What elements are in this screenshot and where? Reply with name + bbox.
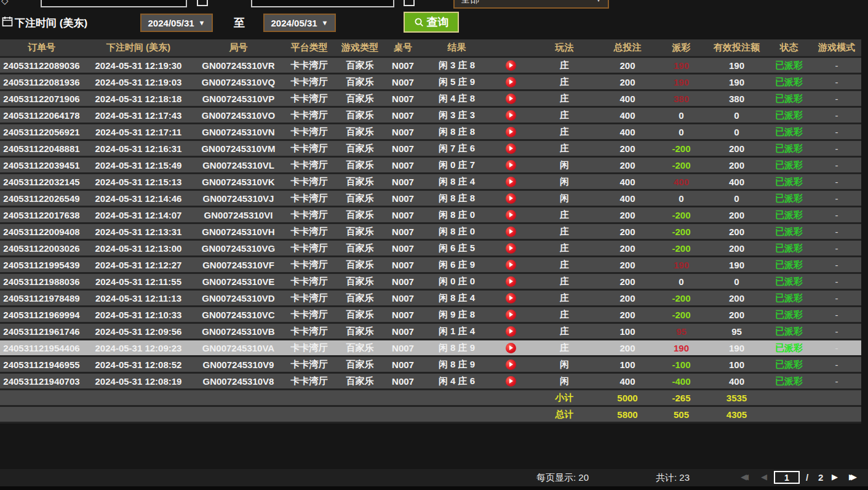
table-row[interactable]: 240531122089036 2024-05-31 12:19:30 GN00… (0, 58, 861, 74)
table-row[interactable]: 240531122056921 2024-05-31 12:17:11 GN00… (0, 124, 861, 141)
page-separator: / (806, 472, 808, 483)
cell-total-bet: 400 (600, 193, 655, 204)
prev-page-button[interactable]: ◀ (761, 472, 767, 481)
table-row[interactable]: 240531122039451 2024-05-31 12:15:49 GN00… (0, 158, 861, 174)
table-row[interactable]: 240531122048881 2024-05-31 12:16:31 GN00… (0, 141, 861, 158)
cell-game-type: 百家乐 (335, 159, 384, 171)
cell-order-number: 240531122017638 (0, 210, 83, 220)
replay-play-icon[interactable] (506, 160, 516, 171)
cell-play-type: 庄 (529, 292, 600, 304)
cell-result: 闲 8 庄 8 (421, 126, 492, 138)
replay-play-icon[interactable] (506, 276, 516, 287)
cell-total-bet: 200 (600, 276, 655, 287)
cell-bet-time: 2024-05-31 12:16:31 (83, 143, 194, 154)
cell-replay (492, 77, 529, 87)
cell-valid-bet: 0 (707, 276, 766, 287)
cell-replay (492, 94, 529, 104)
cell-table-number: N007 (384, 310, 421, 320)
table-row[interactable]: 240531122071906 2024-05-31 12:18:18 GN00… (0, 91, 861, 108)
replay-play-icon[interactable] (506, 359, 516, 370)
table-row[interactable]: 240531122017638 2024-05-31 12:14:07 GN00… (0, 207, 861, 224)
table-row[interactable]: 240531121988036 2024-05-31 12:11:55 GN00… (0, 274, 861, 291)
table-row[interactable]: 240531122081936 2024-05-31 12:19:03 GN00… (0, 74, 861, 91)
cell-valid-bet: 200 (707, 227, 766, 237)
table-row[interactable]: 240531121940703 2024-05-31 12:08:19 GN00… (0, 374, 861, 390)
cell-status: 已派彩 (766, 60, 812, 71)
cell-order-number: 240531122056921 (0, 127, 83, 137)
filter-select-all[interactable]: 全部 ▼ (453, 0, 609, 9)
last-page-button[interactable]: ▶▶ (849, 472, 857, 481)
replay-play-icon[interactable] (506, 210, 516, 220)
cell-order-number: 240531121969994 (0, 310, 83, 320)
chevron-down-icon: ▼ (595, 0, 602, 3)
cell-game-mode: - (812, 110, 861, 121)
table-row[interactable]: 240531121969994 2024-05-31 12:10:33 GN00… (0, 307, 861, 324)
cell-round-number: GN007245310VE (194, 276, 283, 287)
cell-valid-bet: 190 (707, 260, 766, 270)
col-result: 结果 (421, 42, 492, 54)
cell-total-bet: 100 (600, 326, 655, 337)
replay-play-icon[interactable] (506, 110, 516, 121)
cell-replay (492, 143, 529, 154)
replay-play-icon[interactable] (506, 227, 516, 237)
first-page-button[interactable]: ◀◀ (741, 472, 749, 481)
next-page-button[interactable]: ▶ (832, 472, 838, 481)
replay-play-icon[interactable] (506, 60, 516, 71)
page-number-input[interactable] (774, 471, 800, 484)
replay-play-icon[interactable] (506, 326, 516, 337)
replay-play-icon[interactable] (506, 260, 516, 270)
table-row[interactable]: 240531121978489 2024-05-31 12:11:13 GN00… (0, 291, 861, 307)
cell-platform-type: 卡卡湾厅 (283, 176, 335, 188)
filter-input-1[interactable] (41, 0, 187, 7)
cell-play-type: 庄 (529, 126, 600, 138)
table-row[interactable]: 240531121946955 2024-05-31 12:08:52 GN00… (0, 357, 861, 374)
table-row[interactable]: 240531121954406 2024-05-31 12:09:23 GN00… (0, 340, 861, 357)
date-to-select[interactable]: 2024/05/31 ▼ (263, 14, 336, 32)
cell-order-number: 240531121946955 (0, 359, 83, 370)
cell-round-number: GN007245310VN (194, 127, 283, 137)
filter-select-value: 全部 (461, 0, 479, 6)
table-row[interactable]: 240531122009408 2024-05-31 12:13:31 GN00… (0, 224, 861, 241)
table-row[interactable]: 240531121961746 2024-05-31 12:09:56 GN00… (0, 324, 861, 340)
subtotal-row: 小计 5000 -265 3535 (0, 390, 861, 407)
table-row[interactable]: 240531121995439 2024-05-31 12:12:27 GN00… (0, 257, 861, 274)
date-filter-toolbar: 下注时间 (美东) 2024/05/31 ▼ 至 2024/05/31 ▼ 查询 (0, 11, 868, 36)
cell-game-type: 百家乐 (335, 326, 384, 337)
date-to-value: 2024/05/31 (271, 18, 317, 28)
table-row[interactable]: 240531122032145 2024-05-31 12:15:13 GN00… (0, 174, 861, 191)
replay-play-icon[interactable] (506, 376, 516, 387)
replay-play-icon[interactable] (506, 193, 516, 204)
date-from-select[interactable]: 2024/05/31 ▼ (140, 14, 213, 32)
cell-round-number: GN007245310VO (194, 110, 283, 121)
replay-play-icon[interactable] (506, 177, 516, 187)
replay-play-icon[interactable] (506, 343, 516, 353)
search-icon (414, 17, 424, 28)
cell-replay (492, 60, 529, 71)
cell-replay (492, 276, 529, 287)
replay-play-icon[interactable] (506, 127, 516, 137)
cell-valid-bet: 200 (707, 160, 766, 171)
cell-round-number: GN007245310V9 (194, 359, 283, 370)
cell-status: 已派彩 (766, 226, 812, 238)
replay-play-icon[interactable] (506, 143, 516, 154)
cell-replay (492, 210, 529, 220)
search-button[interactable]: 查询 (404, 12, 459, 33)
calendar-icon (2, 16, 13, 30)
cell-result: 闲 4 庄 8 (421, 93, 492, 105)
replay-play-icon[interactable] (506, 77, 516, 87)
replay-play-icon[interactable] (506, 293, 516, 303)
cell-valid-bet: 400 (707, 376, 766, 387)
table-row[interactable]: 240531122003026 2024-05-31 12:13:00 GN00… (0, 241, 861, 257)
table-row[interactable]: 240531122026549 2024-05-31 12:14:46 GN00… (0, 191, 861, 207)
cell-game-type: 百家乐 (335, 209, 384, 221)
filter-input-2[interactable] (251, 0, 394, 7)
replay-play-icon[interactable] (506, 94, 516, 104)
cell-platform-type: 卡卡湾厅 (283, 309, 335, 321)
cell-bet-time: 2024-05-31 12:08:52 (83, 359, 194, 370)
filter-field-icon-2 (197, 0, 208, 6)
table-row[interactable]: 240531122064178 2024-05-31 12:17:43 GN00… (0, 108, 861, 124)
cell-game-mode: - (812, 326, 861, 337)
replay-play-icon[interactable] (506, 310, 516, 320)
replay-play-icon[interactable] (506, 243, 516, 254)
cell-bet-time: 2024-05-31 12:13:31 (83, 227, 194, 237)
